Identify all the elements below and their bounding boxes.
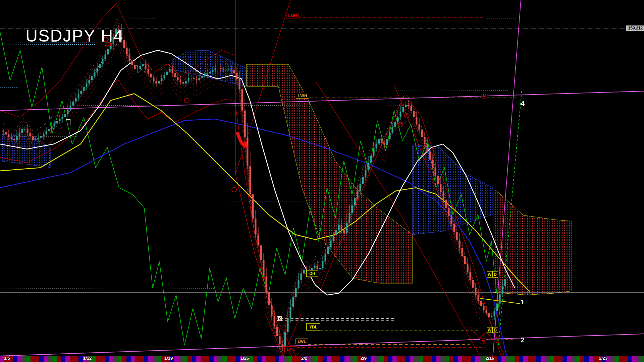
level-label-lml: LML [284,346,297,352]
wave-number-2: 2 [521,336,525,344]
level-label-lwh: LWH [296,93,309,99]
x-axis-tick-2-23: 2/23 [599,356,607,361]
level-label-m-upper: M [482,93,487,99]
period-cell: D [493,327,498,333]
level-label-lwl: LWL [296,339,308,344]
x-axis-tick-1-12: 1/12 [83,356,92,361]
price-chart-canvas [0,0,644,362]
session-strip [0,356,644,362]
period-cell: W [487,327,493,333]
period-cell: W [487,272,493,277]
level-label-dh: DH [306,270,318,277]
x-axis-tick-1-19: 1/19 [164,356,173,361]
level-label-d-small: D [277,316,282,321]
chart-title: USDJPY H4 [25,26,123,46]
period-label-wd-lower: WD [487,327,498,333]
current-price-badge: 159.212 [626,25,644,31]
wave-number-1: 1 [521,298,525,306]
x-axis-tick-2-9: 2/9 [361,356,367,361]
x-axis-tick-2-2: 2/2 [301,356,307,361]
level-label-m-lower: M [480,339,486,344]
x-axis-tick-1-5: 1/5 [4,356,10,361]
x-axis-tick-2-16: 2/16 [486,356,494,361]
period-label-wd-upper: WD [487,271,498,278]
bar-highlight-box [66,119,70,125]
level-label-ydl: YDL [306,323,320,330]
trading-chart-window: USDJPY H4 159.212 LMHLWHMDHDYDLLWLLMLMWD… [0,0,644,362]
x-axis-tick-1-26: 1/26 [240,356,249,361]
period-cell: D [493,272,498,277]
level-label-lmh: LMH [286,13,299,18]
wave-number-4: 4 [521,100,525,108]
